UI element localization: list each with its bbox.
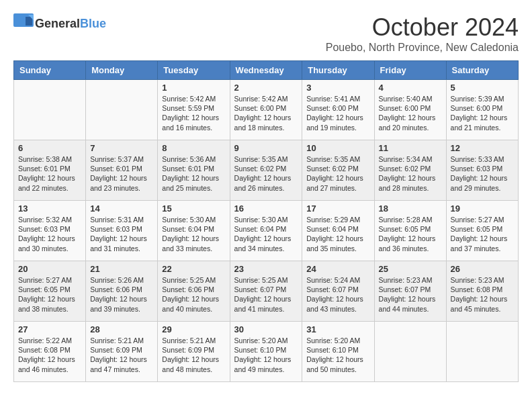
calendar-cell: 2Sunrise: 5:42 AM Sunset: 6:00 PM Daylig… (230, 80, 302, 140)
calendar-week-row: 27Sunrise: 5:22 AM Sunset: 6:08 PM Dayli… (14, 322, 519, 382)
calendar-table: SundayMondayTuesdayWednesdayThursdayFrid… (13, 60, 519, 382)
calendar-cell: 7Sunrise: 5:37 AM Sunset: 6:01 PM Daylig… (86, 140, 158, 201)
calendar-cell: 28Sunrise: 5:21 AM Sunset: 6:09 PM Dayli… (86, 322, 158, 382)
day-info: Sunrise: 5:20 AM Sunset: 6:10 PM Dayligh… (234, 336, 298, 374)
calendar-cell: 24Sunrise: 5:24 AM Sunset: 6:07 PM Dayli… (302, 261, 374, 322)
day-info: Sunrise: 5:33 AM Sunset: 6:03 PM Dayligh… (451, 154, 514, 193)
calendar-cell: 10Sunrise: 5:35 AM Sunset: 6:02 PM Dayli… (302, 140, 374, 201)
logo-blue-text: Blue (80, 17, 106, 30)
day-info: Sunrise: 5:27 AM Sunset: 6:05 PM Dayligh… (18, 275, 81, 314)
day-info: Sunrise: 5:22 AM Sunset: 6:08 PM Dayligh… (18, 336, 81, 374)
day-number: 28 (90, 324, 153, 334)
calendar-week-row: 20Sunrise: 5:27 AM Sunset: 6:05 PM Dayli… (14, 261, 519, 322)
calendar-cell: 30Sunrise: 5:20 AM Sunset: 6:10 PM Dayli… (230, 322, 302, 382)
calendar-header-wednesday: Wednesday (230, 61, 302, 80)
day-info: Sunrise: 5:24 AM Sunset: 6:07 PM Dayligh… (306, 275, 369, 314)
calendar-cell: 1Sunrise: 5:42 AM Sunset: 5:59 PM Daylig… (158, 80, 230, 140)
calendar-cell: 18Sunrise: 5:28 AM Sunset: 6:05 PM Dayli… (374, 201, 446, 261)
day-number: 25 (379, 264, 442, 274)
day-info: Sunrise: 5:21 AM Sunset: 6:09 PM Dayligh… (162, 336, 225, 374)
calendar-week-row: 6Sunrise: 5:38 AM Sunset: 6:01 PM Daylig… (14, 140, 519, 201)
logo-icon (13, 13, 34, 34)
calendar-cell: 19Sunrise: 5:27 AM Sunset: 6:05 PM Dayli… (446, 201, 518, 261)
day-info: Sunrise: 5:25 AM Sunset: 6:06 PM Dayligh… (162, 275, 225, 314)
day-number: 30 (234, 324, 298, 334)
day-info: Sunrise: 5:42 AM Sunset: 5:59 PM Dayligh… (162, 94, 225, 132)
day-number: 20 (18, 264, 81, 274)
calendar-cell: 3Sunrise: 5:41 AM Sunset: 6:00 PM Daylig… (302, 80, 374, 140)
calendar-cell: 29Sunrise: 5:21 AM Sunset: 6:09 PM Dayli… (158, 322, 230, 382)
title-area: October 2024 Pouebo, North Province, New… (326, 13, 519, 54)
calendar-header-tuesday: Tuesday (158, 61, 230, 80)
calendar-cell: 17Sunrise: 5:29 AM Sunset: 6:04 PM Dayli… (302, 201, 374, 261)
day-info: Sunrise: 5:39 AM Sunset: 6:00 PM Dayligh… (451, 94, 514, 132)
day-number: 6 (18, 143, 81, 153)
day-number: 8 (162, 143, 225, 153)
day-number: 2 (234, 83, 298, 93)
logo: GeneralBlue (13, 13, 106, 34)
calendar-header-row: SundayMondayTuesdayWednesdayThursdayFrid… (14, 61, 519, 80)
calendar-cell: 31Sunrise: 5:20 AM Sunset: 6:10 PM Dayli… (302, 322, 374, 382)
day-number: 22 (162, 264, 225, 274)
day-number: 21 (90, 264, 153, 274)
day-info: Sunrise: 5:30 AM Sunset: 6:04 PM Dayligh… (234, 215, 298, 253)
day-info: Sunrise: 5:29 AM Sunset: 6:04 PM Dayligh… (306, 215, 369, 253)
calendar-cell: 26Sunrise: 5:23 AM Sunset: 6:08 PM Dayli… (446, 261, 518, 322)
calendar-cell: 15Sunrise: 5:30 AM Sunset: 6:04 PM Dayli… (158, 201, 230, 261)
calendar-header-friday: Friday (374, 61, 446, 80)
day-info: Sunrise: 5:31 AM Sunset: 6:03 PM Dayligh… (90, 215, 153, 253)
day-info: Sunrise: 5:36 AM Sunset: 6:01 PM Dayligh… (162, 154, 225, 193)
calendar-cell: 4Sunrise: 5:40 AM Sunset: 6:00 PM Daylig… (374, 80, 446, 140)
calendar-header-saturday: Saturday (446, 61, 518, 80)
day-number: 16 (234, 203, 298, 214)
calendar-cell (374, 322, 446, 382)
day-number: 23 (234, 264, 298, 274)
day-info: Sunrise: 5:32 AM Sunset: 6:03 PM Dayligh… (18, 215, 81, 253)
logo-general-text: General (35, 17, 80, 30)
calendar-cell: 16Sunrise: 5:30 AM Sunset: 6:04 PM Dayli… (230, 201, 302, 261)
calendar-header-monday: Monday (86, 61, 158, 80)
day-info: Sunrise: 5:27 AM Sunset: 6:05 PM Dayligh… (451, 215, 514, 253)
day-number: 11 (379, 143, 442, 153)
calendar-cell: 12Sunrise: 5:33 AM Sunset: 6:03 PM Dayli… (446, 140, 518, 201)
location-title: Pouebo, North Province, New Caledonia (326, 42, 519, 54)
day-info: Sunrise: 5:25 AM Sunset: 6:07 PM Dayligh… (234, 275, 298, 314)
day-info: Sunrise: 5:21 AM Sunset: 6:09 PM Dayligh… (90, 336, 153, 374)
calendar-cell: 8Sunrise: 5:36 AM Sunset: 6:01 PM Daylig… (158, 140, 230, 201)
calendar-cell: 13Sunrise: 5:32 AM Sunset: 6:03 PM Dayli… (14, 201, 86, 261)
day-info: Sunrise: 5:40 AM Sunset: 6:00 PM Dayligh… (379, 94, 442, 132)
calendar-cell: 22Sunrise: 5:25 AM Sunset: 6:06 PM Dayli… (158, 261, 230, 322)
day-number: 29 (162, 324, 225, 334)
calendar-cell: 5Sunrise: 5:39 AM Sunset: 6:00 PM Daylig… (446, 80, 518, 140)
calendar-week-row: 1Sunrise: 5:42 AM Sunset: 5:59 PM Daylig… (14, 80, 519, 140)
calendar-cell: 14Sunrise: 5:31 AM Sunset: 6:03 PM Dayli… (86, 201, 158, 261)
day-number: 12 (451, 143, 514, 153)
calendar-cell: 27Sunrise: 5:22 AM Sunset: 6:08 PM Dayli… (14, 322, 86, 382)
day-info: Sunrise: 5:34 AM Sunset: 6:02 PM Dayligh… (379, 154, 442, 193)
day-info: Sunrise: 5:20 AM Sunset: 6:10 PM Dayligh… (306, 336, 369, 374)
day-info: Sunrise: 5:28 AM Sunset: 6:05 PM Dayligh… (379, 215, 442, 253)
day-number: 18 (379, 203, 442, 214)
day-number: 31 (306, 324, 369, 334)
calendar-cell: 6Sunrise: 5:38 AM Sunset: 6:01 PM Daylig… (14, 140, 86, 201)
header: GeneralBlue October 2024 Pouebo, North P… (13, 13, 519, 54)
day-number: 7 (90, 143, 153, 153)
day-info: Sunrise: 5:42 AM Sunset: 6:00 PM Dayligh… (234, 94, 298, 132)
calendar-cell: 23Sunrise: 5:25 AM Sunset: 6:07 PM Dayli… (230, 261, 302, 322)
day-number: 4 (379, 83, 442, 93)
day-number: 14 (90, 203, 153, 214)
day-info: Sunrise: 5:38 AM Sunset: 6:01 PM Dayligh… (18, 154, 81, 193)
day-info: Sunrise: 5:35 AM Sunset: 6:02 PM Dayligh… (306, 154, 369, 193)
calendar-cell: 21Sunrise: 5:26 AM Sunset: 6:06 PM Dayli… (86, 261, 158, 322)
day-info: Sunrise: 5:26 AM Sunset: 6:06 PM Dayligh… (90, 275, 153, 314)
calendar-header-thursday: Thursday (302, 61, 374, 80)
day-number: 15 (162, 203, 225, 214)
day-number: 5 (451, 83, 514, 93)
day-number: 26 (451, 264, 514, 274)
calendar-week-row: 13Sunrise: 5:32 AM Sunset: 6:03 PM Dayli… (14, 201, 519, 261)
day-number: 24 (306, 264, 369, 274)
calendar-header-sunday: Sunday (14, 61, 86, 80)
day-info: Sunrise: 5:30 AM Sunset: 6:04 PM Dayligh… (162, 215, 225, 253)
day-info: Sunrise: 5:35 AM Sunset: 6:02 PM Dayligh… (234, 154, 298, 193)
calendar-cell (14, 80, 86, 140)
